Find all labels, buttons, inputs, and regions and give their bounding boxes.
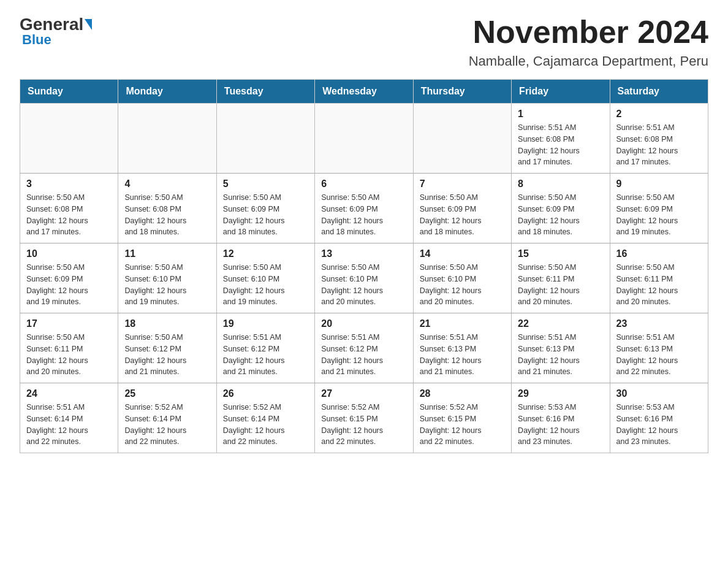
calendar-cell: 24Sunrise: 5:51 AM Sunset: 6:14 PM Dayli…: [20, 383, 118, 453]
day-info: Sunrise: 5:52 AM Sunset: 6:15 PM Dayligh…: [321, 402, 406, 448]
calendar-cell: 20Sunrise: 5:51 AM Sunset: 6:12 PM Dayli…: [315, 313, 413, 383]
day-info: Sunrise: 5:52 AM Sunset: 6:14 PM Dayligh…: [124, 402, 210, 448]
day-number: 17: [26, 318, 112, 329]
day-number: 19: [223, 318, 308, 329]
calendar-cell: 3Sunrise: 5:50 AM Sunset: 6:08 PM Daylig…: [20, 174, 118, 243]
day-info: Sunrise: 5:50 AM Sunset: 6:11 PM Dayligh…: [26, 332, 112, 378]
calendar-cell: 9Sunrise: 5:50 AM Sunset: 6:09 PM Daylig…: [610, 174, 708, 243]
weekday-header-thursday: Thursday: [413, 80, 511, 104]
calendar-cell: 23Sunrise: 5:51 AM Sunset: 6:13 PM Dayli…: [610, 313, 708, 383]
day-info: Sunrise: 5:50 AM Sunset: 6:09 PM Dayligh…: [26, 262, 112, 308]
calendar-body: 1Sunrise: 5:51 AM Sunset: 6:08 PM Daylig…: [20, 104, 708, 453]
weekday-header-saturday: Saturday: [610, 80, 708, 104]
day-number: 18: [124, 318, 210, 329]
calendar-cell: 29Sunrise: 5:53 AM Sunset: 6:16 PM Dayli…: [512, 383, 610, 453]
day-number: 20: [321, 318, 406, 329]
weekday-header-sunday: Sunday: [20, 80, 118, 104]
day-number: 21: [420, 318, 505, 329]
calendar-cell: 17Sunrise: 5:50 AM Sunset: 6:11 PM Dayli…: [20, 313, 118, 383]
calendar-cell: 14Sunrise: 5:50 AM Sunset: 6:10 PM Dayli…: [413, 243, 511, 313]
calendar-cell: 11Sunrise: 5:50 AM Sunset: 6:10 PM Dayli…: [118, 243, 216, 313]
calendar-cell: 18Sunrise: 5:50 AM Sunset: 6:12 PM Dayli…: [118, 313, 216, 383]
calendar-cell: 15Sunrise: 5:50 AM Sunset: 6:11 PM Dayli…: [512, 243, 610, 313]
day-info: Sunrise: 5:51 AM Sunset: 6:12 PM Dayligh…: [223, 332, 308, 378]
calendar-cell: 8Sunrise: 5:50 AM Sunset: 6:09 PM Daylig…: [512, 174, 610, 243]
day-number: 11: [124, 248, 210, 259]
logo-blue: Blue: [22, 32, 51, 48]
day-number: 13: [321, 248, 406, 259]
day-number: 15: [518, 248, 603, 259]
day-info: Sunrise: 5:51 AM Sunset: 6:08 PM Dayligh…: [518, 122, 603, 168]
calendar-week-row: 1Sunrise: 5:51 AM Sunset: 6:08 PM Daylig…: [20, 104, 708, 174]
day-number: 26: [223, 388, 308, 399]
day-info: Sunrise: 5:50 AM Sunset: 6:11 PM Dayligh…: [518, 262, 603, 308]
day-number: 29: [518, 388, 603, 399]
calendar-cell: 26Sunrise: 5:52 AM Sunset: 6:14 PM Dayli…: [216, 383, 314, 453]
calendar-week-row: 3Sunrise: 5:50 AM Sunset: 6:08 PM Daylig…: [20, 174, 708, 243]
calendar-cell: 5Sunrise: 5:50 AM Sunset: 6:09 PM Daylig…: [216, 174, 314, 243]
day-number: 4: [124, 178, 210, 190]
day-number: 28: [420, 388, 505, 399]
day-number: 1: [518, 109, 603, 120]
calendar-cell: 4Sunrise: 5:50 AM Sunset: 6:08 PM Daylig…: [118, 174, 216, 243]
calendar-header: SundayMondayTuesdayWednesdayThursdayFrid…: [20, 80, 708, 104]
day-info: Sunrise: 5:53 AM Sunset: 6:16 PM Dayligh…: [616, 402, 702, 448]
day-info: Sunrise: 5:50 AM Sunset: 6:12 PM Dayligh…: [124, 332, 210, 378]
page-subtitle: Namballe, Cajamarca Department, Peru: [469, 53, 708, 69]
calendar-cell: 13Sunrise: 5:50 AM Sunset: 6:10 PM Dayli…: [315, 243, 413, 313]
calendar-cell: [216, 104, 314, 174]
day-number: 5: [223, 178, 308, 190]
header-area: General Blue November 2024 Namballe, Caj…: [20, 15, 708, 69]
day-info: Sunrise: 5:51 AM Sunset: 6:14 PM Dayligh…: [26, 402, 112, 448]
calendar-cell: 12Sunrise: 5:50 AM Sunset: 6:10 PM Dayli…: [216, 243, 314, 313]
title-area: November 2024 Namballe, Cajamarca Depart…: [469, 15, 708, 69]
calendar-cell: 1Sunrise: 5:51 AM Sunset: 6:08 PM Daylig…: [512, 104, 610, 174]
weekday-header-wednesday: Wednesday: [315, 80, 413, 104]
day-info: Sunrise: 5:52 AM Sunset: 6:14 PM Dayligh…: [223, 402, 308, 448]
day-number: 16: [616, 248, 702, 259]
weekday-header-friday: Friday: [512, 80, 610, 104]
calendar-cell: 7Sunrise: 5:50 AM Sunset: 6:09 PM Daylig…: [413, 174, 511, 243]
calendar-week-row: 10Sunrise: 5:50 AM Sunset: 6:09 PM Dayli…: [20, 243, 708, 313]
calendar-cell: 16Sunrise: 5:50 AM Sunset: 6:11 PM Dayli…: [610, 243, 708, 313]
day-number: 2: [616, 109, 702, 120]
day-info: Sunrise: 5:51 AM Sunset: 6:13 PM Dayligh…: [616, 332, 702, 378]
day-info: Sunrise: 5:52 AM Sunset: 6:15 PM Dayligh…: [420, 402, 505, 448]
weekday-header-tuesday: Tuesday: [216, 80, 314, 104]
weekday-header-monday: Monday: [118, 80, 216, 104]
weekday-header-row: SundayMondayTuesdayWednesdayThursdayFrid…: [20, 80, 708, 104]
logo-triangle-icon: [85, 19, 92, 30]
day-info: Sunrise: 5:50 AM Sunset: 6:09 PM Dayligh…: [616, 192, 702, 238]
day-info: Sunrise: 5:51 AM Sunset: 6:08 PM Dayligh…: [616, 122, 702, 168]
day-info: Sunrise: 5:50 AM Sunset: 6:09 PM Dayligh…: [420, 192, 505, 238]
calendar-cell: 22Sunrise: 5:51 AM Sunset: 6:13 PM Dayli…: [512, 313, 610, 383]
page-title: November 2024: [469, 15, 708, 50]
calendar-table: SundayMondayTuesdayWednesdayThursdayFrid…: [20, 79, 708, 453]
calendar-cell: 10Sunrise: 5:50 AM Sunset: 6:09 PM Dayli…: [20, 243, 118, 313]
day-info: Sunrise: 5:51 AM Sunset: 6:12 PM Dayligh…: [321, 332, 406, 378]
calendar-cell: 27Sunrise: 5:52 AM Sunset: 6:15 PM Dayli…: [315, 383, 413, 453]
calendar-cell: 6Sunrise: 5:50 AM Sunset: 6:09 PM Daylig…: [315, 174, 413, 243]
day-number: 8: [518, 178, 603, 190]
calendar-cell: 30Sunrise: 5:53 AM Sunset: 6:16 PM Dayli…: [610, 383, 708, 453]
day-info: Sunrise: 5:50 AM Sunset: 6:08 PM Dayligh…: [124, 192, 210, 238]
day-info: Sunrise: 5:50 AM Sunset: 6:11 PM Dayligh…: [616, 262, 702, 308]
day-number: 9: [616, 178, 702, 190]
day-info: Sunrise: 5:50 AM Sunset: 6:09 PM Dayligh…: [518, 192, 603, 238]
day-number: 6: [321, 178, 406, 190]
calendar-week-row: 17Sunrise: 5:50 AM Sunset: 6:11 PM Dayli…: [20, 313, 708, 383]
day-number: 25: [124, 388, 210, 399]
day-number: 27: [321, 388, 406, 399]
calendar-cell: 25Sunrise: 5:52 AM Sunset: 6:14 PM Dayli…: [118, 383, 216, 453]
day-info: Sunrise: 5:51 AM Sunset: 6:13 PM Dayligh…: [518, 332, 603, 378]
day-number: 23: [616, 318, 702, 329]
day-info: Sunrise: 5:53 AM Sunset: 6:16 PM Dayligh…: [518, 402, 603, 448]
day-info: Sunrise: 5:50 AM Sunset: 6:09 PM Dayligh…: [223, 192, 308, 238]
day-info: Sunrise: 5:50 AM Sunset: 6:10 PM Dayligh…: [321, 262, 406, 308]
calendar-cell: 21Sunrise: 5:51 AM Sunset: 6:13 PM Dayli…: [413, 313, 511, 383]
calendar-cell: 28Sunrise: 5:52 AM Sunset: 6:15 PM Dayli…: [413, 383, 511, 453]
calendar-cell: 2Sunrise: 5:51 AM Sunset: 6:08 PM Daylig…: [610, 104, 708, 174]
logo: General Blue: [20, 15, 93, 48]
day-info: Sunrise: 5:51 AM Sunset: 6:13 PM Dayligh…: [420, 332, 505, 378]
day-number: 12: [223, 248, 308, 259]
